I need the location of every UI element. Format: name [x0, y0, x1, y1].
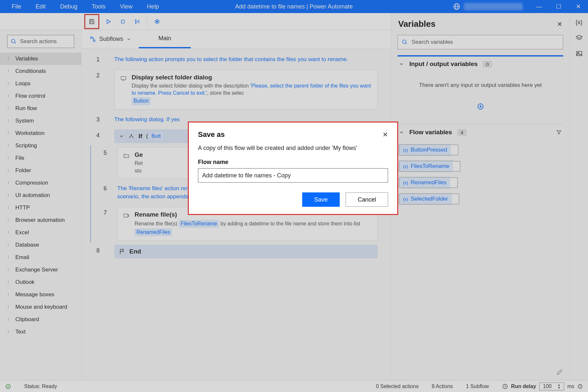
save-button[interactable] [84, 14, 99, 29]
close-button[interactable]: ✕ [568, 0, 588, 13]
titlebar: File Edit Debug Tools View Help Add date… [0, 0, 588, 13]
category-item[interactable]: 〉Message boxes [0, 288, 81, 301]
action-description: Ret sto [135, 160, 143, 174]
category-item[interactable]: 〉UI automation [0, 189, 81, 202]
filter-button[interactable] [556, 129, 562, 135]
category-item[interactable]: 〉Clipboard [0, 313, 81, 326]
action-title: Ge [135, 151, 143, 158]
svg-rect-5 [90, 19, 93, 21]
category-item[interactable]: 〉Run flow [0, 102, 81, 115]
dialog-icon [120, 74, 127, 82]
chevron-right-icon: 〉 [7, 130, 11, 136]
flow-count-badge: 4 [457, 129, 466, 136]
flag-icon [119, 248, 125, 255]
chevron-right-icon: 〉 [7, 56, 11, 62]
flow-variables-list: (x)ButtonPressed(x)FilesToRename(x)Renam… [398, 140, 563, 208]
variable-chip[interactable]: (x)SelectedFolder [399, 193, 452, 204]
menu-edit[interactable]: Edit [28, 1, 53, 13]
flow-name-input[interactable] [198, 168, 388, 183]
category-item[interactable]: 〉Excel [0, 226, 81, 239]
clock-icon [502, 384, 508, 389]
chevron-right-icon: 〉 [7, 304, 11, 310]
variable-icon: (x) [403, 180, 408, 185]
stop-button[interactable] [116, 14, 130, 29]
end-block[interactable]: End [114, 245, 378, 258]
action-title: Display select folder dialog [132, 74, 372, 81]
chevron-down-icon [126, 37, 131, 41]
variable-name: FilesToRename [411, 163, 449, 170]
svg-marker-24 [576, 35, 582, 38]
variable-chip[interactable]: (x)RenamedFiles [399, 177, 451, 188]
cancel-button[interactable]: Cancel [346, 192, 388, 207]
category-item[interactable]: 〉Email [0, 251, 81, 264]
action-description: Display the select folder dialog with th… [132, 82, 372, 106]
flow-variables-header[interactable]: Flow variables 4 [398, 124, 563, 140]
category-item[interactable]: 〉System [0, 115, 81, 127]
eraser-button[interactable] [556, 368, 563, 376]
layers-strip-button[interactable] [576, 34, 583, 41]
dialog-close-button[interactable]: ✕ [383, 131, 388, 139]
category-item[interactable]: 〉Browser automation [0, 214, 81, 226]
run-delay-input[interactable]: 100▲▼ [539, 383, 564, 390]
folder-icon [123, 151, 130, 159]
action-card[interactable]: Display select folder dialog Display the… [114, 70, 378, 110]
images-strip-button[interactable] [576, 50, 583, 57]
branch-icon [128, 133, 135, 139]
menu-file[interactable]: File [5, 1, 28, 13]
record-button[interactable] [150, 14, 164, 29]
category-label: Email [15, 254, 29, 261]
category-item[interactable]: 〉Scripting [0, 139, 81, 152]
subflows-dropdown[interactable]: Subflows [82, 30, 139, 48]
category-item[interactable]: 〉Variables [0, 53, 81, 65]
menu-debug[interactable]: Debug [53, 1, 85, 13]
search-actions-input[interactable]: Search actions [7, 35, 74, 48]
chevron-right-icon: 〉 [7, 81, 11, 87]
category-item[interactable]: 〉Conditionals [0, 65, 81, 77]
run-button[interactable] [101, 14, 116, 29]
category-item[interactable]: 〉Workstation [0, 127, 81, 139]
close-panel-button[interactable]: ✕ [557, 20, 563, 28]
menu-help[interactable]: Help [140, 1, 166, 13]
step-number: 7 [93, 205, 117, 216]
minimize-button[interactable]: ― [529, 0, 549, 13]
tab-main[interactable]: Main [139, 30, 191, 48]
category-item[interactable]: 〉Flow control [0, 90, 81, 102]
account-area [453, 3, 523, 10]
chevron-down-icon [119, 134, 124, 139]
status-bar: Status: Ready 0 Selected actions 8 Actio… [0, 380, 588, 392]
category-label: UI automation [15, 192, 50, 199]
category-label: Outlook [15, 279, 35, 286]
category-label: Database [15, 242, 39, 248]
category-item[interactable]: 〉Database [0, 239, 81, 251]
info-icon [578, 384, 583, 389]
category-item[interactable]: 〉Mouse and keyboard [0, 301, 81, 313]
category-label: Variables [15, 56, 38, 62]
io-variables-header[interactable]: Input / output variables 0 [398, 55, 563, 72]
svg-rect-17 [121, 76, 126, 80]
step-button[interactable] [130, 14, 144, 29]
menu-tools[interactable]: Tools [85, 1, 113, 13]
variable-chip[interactable]: (x)FilesToRename [399, 161, 453, 172]
category-item[interactable]: 〉Outlook [0, 276, 81, 288]
maximize-button[interactable]: ☐ [549, 0, 568, 13]
category-item[interactable]: 〉File [0, 152, 81, 164]
category-item[interactable]: 〉Folder [0, 164, 81, 177]
category-item[interactable]: 〉Text [0, 326, 81, 338]
image-icon [576, 50, 583, 57]
menu-view[interactable]: View [113, 1, 140, 13]
save-button[interactable]: Save [302, 192, 340, 207]
category-item[interactable]: 〉HTTP [0, 202, 81, 214]
search-variables-input[interactable]: Search variables [398, 35, 563, 49]
add-variable-button[interactable] [398, 98, 563, 118]
layers-icon [576, 34, 583, 41]
variables-panel: Variables ✕ Search variables Input / out… [391, 13, 570, 380]
step-number: 3 [82, 112, 114, 123]
step-number: 2 [82, 68, 114, 79]
check-circle-icon [5, 384, 11, 389]
io-empty-text: There aren't any input or output variabl… [398, 72, 563, 98]
category-item[interactable]: 〉Loops [0, 77, 81, 90]
category-item[interactable]: 〉Compression [0, 177, 81, 189]
variable-chip[interactable]: (x)ButtonPressed [399, 144, 451, 155]
category-item[interactable]: 〉Exchange Server [0, 264, 81, 276]
variables-strip-button[interactable]: {x} [576, 19, 582, 26]
